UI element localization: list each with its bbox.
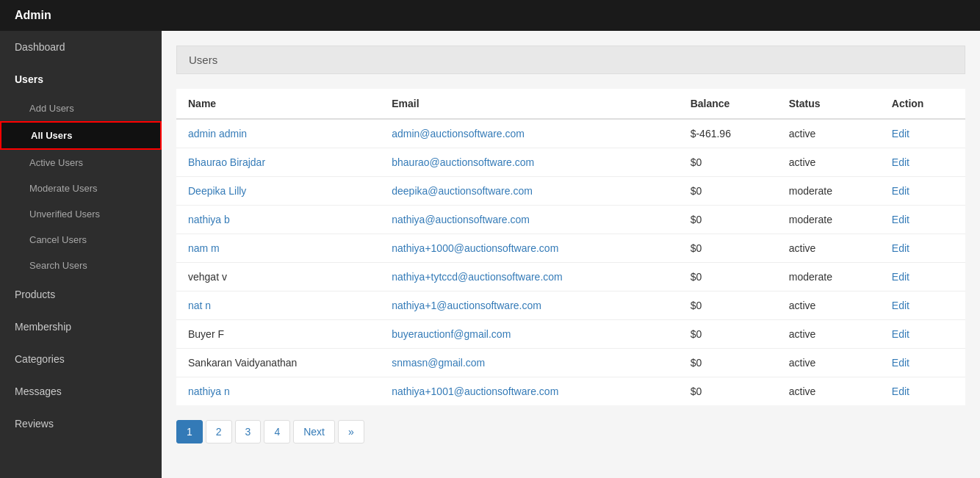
cell-email: bhaurao@auctionsoftware.com: [380, 148, 678, 177]
cell-name: Deepika Lilly: [176, 177, 380, 206]
cell-email: nathiya+tytccd@auctionsoftware.com: [380, 263, 678, 291]
sidebar-item-dashboard[interactable]: Dashboard: [0, 31, 162, 63]
user-name-link[interactable]: nathiya b: [188, 214, 230, 225]
sidebar-sub-active-users[interactable]: Active Users: [0, 150, 162, 175]
cell-email: admin@auctionsoftware.com: [380, 119, 678, 148]
edit-link[interactable]: Edit: [892, 214, 909, 225]
cell-action: Edit: [880, 148, 965, 177]
cell-status: moderate: [777, 263, 880, 291]
cell-name: admin admin: [176, 119, 380, 148]
edit-link[interactable]: Edit: [892, 300, 909, 311]
sidebar-sub-search-users[interactable]: Search Users: [0, 253, 162, 278]
col-header-balance: Balance: [679, 89, 777, 119]
cell-balance: $0: [679, 291, 777, 320]
cell-email: nathiya@auctionsoftware.com: [380, 206, 678, 234]
cell-balance: $0: [679, 263, 777, 291]
table-row: Buyer Fbuyerauctionf@gmail.com$0activeEd…: [176, 320, 965, 349]
cell-status: moderate: [777, 206, 880, 234]
edit-link[interactable]: Edit: [892, 357, 909, 369]
user-email-link[interactable]: nathiya@auctionsoftware.com: [392, 214, 530, 225]
user-name-link[interactable]: nam m: [188, 242, 220, 254]
cell-name: Bhaurao Birajdar: [176, 148, 380, 177]
cell-name: nathiya n: [176, 377, 380, 406]
user-email-link[interactable]: nathiya+tytccd@auctionsoftware.com: [392, 271, 563, 283]
cell-balance: $0: [679, 349, 777, 377]
sidebar-sub-add-users[interactable]: Add Users: [0, 95, 162, 121]
sidebar-sub-cancel-users[interactable]: Cancel Users: [0, 227, 162, 253]
page-btn-next[interactable]: Next: [293, 420, 335, 443]
cell-status: active: [777, 320, 880, 349]
edit-link[interactable]: Edit: [892, 185, 909, 197]
sidebar-item-categories[interactable]: Categories: [0, 343, 162, 375]
cell-name: vehgat v: [176, 263, 380, 291]
user-email-link[interactable]: nathiya+1000@auctionsoftware.com: [392, 242, 558, 254]
cell-email: snmasn@gmail.com: [380, 349, 678, 377]
cell-email: nathiya+1@auctionsoftware.com: [380, 291, 678, 320]
sidebar: Dashboard Users Add Users All Users Acti…: [0, 31, 162, 478]
user-name-link[interactable]: Bhaurao Birajdar: [188, 156, 265, 168]
cell-action: Edit: [880, 263, 965, 291]
cell-action: Edit: [880, 291, 965, 320]
edit-link[interactable]: Edit: [892, 271, 909, 283]
edit-link[interactable]: Edit: [892, 242, 909, 254]
user-name-link[interactable]: nathiya n: [188, 385, 230, 397]
cell-balance: $0: [679, 320, 777, 349]
users-table: Name Email Balance Status Action admin a…: [176, 89, 965, 405]
page-title: Users: [176, 46, 965, 74]
cell-email: nathiya+1001@auctionsoftware.com: [380, 377, 678, 406]
sidebar-item-reviews[interactable]: Reviews: [0, 408, 162, 440]
page-btn-3[interactable]: 3: [235, 420, 262, 443]
user-email-link[interactable]: admin@auctionsoftware.com: [392, 128, 525, 140]
col-header-status: Status: [777, 89, 880, 119]
user-email-link[interactable]: nathiya+1001@auctionsoftware.com: [392, 385, 558, 397]
cell-name: nam m: [176, 234, 380, 263]
user-name-link[interactable]: nat n: [188, 300, 211, 311]
pagination: 1 2 3 4 Next »: [176, 420, 965, 443]
cell-status: active: [777, 349, 880, 377]
sidebar-item-products[interactable]: Products: [0, 278, 162, 311]
table-row: admin adminadmin@auctionsoftware.com$-46…: [176, 119, 965, 148]
edit-link[interactable]: Edit: [892, 156, 909, 168]
table-row: nat nnathiya+1@auctionsoftware.com$0acti…: [176, 291, 965, 320]
sidebar-sub-all-users[interactable]: All Users: [0, 121, 162, 150]
page-btn-2[interactable]: 2: [206, 420, 232, 443]
table-row: Deepika Lillydeepika@auctionsoftware.com…: [176, 177, 965, 206]
edit-link[interactable]: Edit: [892, 385, 909, 397]
table-row: vehgat vnathiya+tytccd@auctionsoftware.c…: [176, 263, 965, 291]
cell-action: Edit: [880, 119, 965, 148]
cell-email: buyerauctionf@gmail.com: [380, 320, 678, 349]
cell-status: active: [777, 119, 880, 148]
table-row: nathiya nnathiya+1001@auctionsoftware.co…: [176, 377, 965, 406]
cell-name: nathiya b: [176, 206, 380, 234]
sidebar-item-messages[interactable]: Messages: [0, 375, 162, 408]
user-email-link[interactable]: snmasn@gmail.com: [392, 357, 485, 369]
page-btn-1[interactable]: 1: [176, 420, 203, 443]
user-email-link[interactable]: buyerauctionf@gmail.com: [392, 328, 511, 340]
sidebar-item-users[interactable]: Users: [0, 63, 162, 95]
col-header-name: Name: [176, 89, 380, 119]
user-email-link[interactable]: nathiya+1@auctionsoftware.com: [392, 300, 541, 311]
cell-action: Edit: [880, 320, 965, 349]
cell-status: active: [777, 291, 880, 320]
user-email-link[interactable]: bhaurao@auctionsoftware.com: [392, 156, 534, 168]
sidebar-item-membership[interactable]: Membership: [0, 311, 162, 343]
cell-action: Edit: [880, 349, 965, 377]
edit-link[interactable]: Edit: [892, 128, 909, 140]
user-name-link[interactable]: Deepika Lilly: [188, 185, 246, 197]
cell-action: Edit: [880, 206, 965, 234]
col-header-email: Email: [380, 89, 678, 119]
user-email-link[interactable]: deepika@auctionsoftware.com: [392, 185, 533, 197]
cell-balance: $0: [679, 177, 777, 206]
edit-link[interactable]: Edit: [892, 328, 909, 340]
cell-email: nathiya+1000@auctionsoftware.com: [380, 234, 678, 263]
user-name-link[interactable]: admin admin: [188, 128, 247, 140]
sidebar-sub-moderate-users[interactable]: Moderate Users: [0, 175, 162, 201]
page-btn-4[interactable]: 4: [264, 420, 290, 443]
table-row: nathiya bnathiya@auctionsoftware.com$0mo…: [176, 206, 965, 234]
cell-status: active: [777, 148, 880, 177]
cell-name: Sankaran Vaidyanathan: [176, 349, 380, 377]
cell-status: active: [777, 377, 880, 406]
page-btn-last[interactable]: »: [338, 420, 364, 443]
sidebar-sub-unverified-users[interactable]: Unverified Users: [0, 201, 162, 227]
cell-action: Edit: [880, 377, 965, 406]
